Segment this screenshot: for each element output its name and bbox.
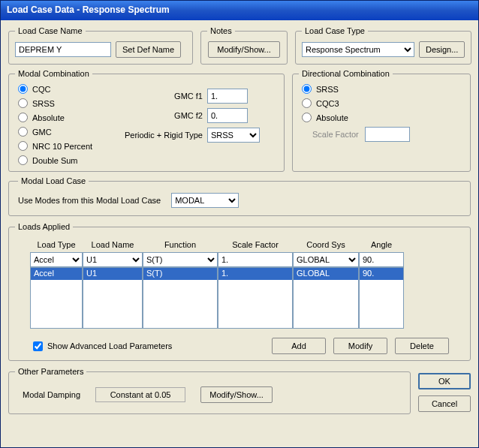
load-case-type-group: Load Case Type Response Spectrum Design.…	[295, 26, 471, 65]
load-case-type-legend: Load Case Type	[302, 26, 368, 35]
gmc-f2-input[interactable]	[207, 108, 248, 123]
radio-absolute[interactable]: Absolute	[18, 113, 113, 122]
loads-header-type: Load Type	[30, 240, 83, 252]
gmc-f1-label: GMC f1	[113, 92, 203, 101]
window-titlebar: Load Case Data - Response Spectrum	[1, 1, 478, 20]
directional-combination-group: Directional Combination SRSS CQC3 Absolu…	[292, 69, 471, 172]
modal-load-case-label: Use Modes from this Modal Load Case	[18, 196, 161, 205]
periodic-rigid-label: Periodic + Rigid Type	[113, 131, 203, 140]
notes-modify-button[interactable]: Modify/Show...	[208, 41, 280, 58]
notes-group: Notes Modify/Show...	[200, 26, 288, 65]
load-name-list[interactable]: U1	[83, 267, 143, 329]
load-type-select[interactable]: Accel	[30, 252, 83, 267]
radio-dc-cqc3[interactable]: CQC3	[302, 98, 464, 108]
load-case-type-select[interactable]: Response Spectrum	[302, 42, 414, 57]
modal-load-case-legend: Modal Load Case	[18, 176, 89, 185]
design-button[interactable]: Design...	[419, 41, 465, 58]
radio-srss[interactable]: SRSS	[18, 98, 113, 108]
loads-header-coord: Coord Sys	[293, 240, 359, 252]
load-angle-list[interactable]: 90.	[359, 267, 404, 329]
ok-button[interactable]: OK	[418, 373, 471, 389]
cancel-button[interactable]: Cancel	[418, 395, 471, 412]
modal-combination-legend: Modal Combination	[15, 69, 92, 78]
notes-legend: Notes	[207, 26, 235, 35]
other-parameters-legend: Other Parameters	[15, 367, 86, 376]
load-case-name-legend: Load Case Name	[15, 26, 86, 35]
modal-damping-value: Constant at 0.05	[95, 387, 185, 402]
load-scale-input[interactable]	[218, 252, 293, 267]
radio-cqc[interactable]: CQC	[18, 84, 113, 94]
load-name-select[interactable]: U1	[83, 252, 143, 267]
gmc-f2-label: GMC f2	[113, 111, 203, 120]
radio-dc-absolute[interactable]: Absolute	[302, 113, 464, 122]
set-def-name-button[interactable]: Set Def Name	[116, 41, 181, 58]
loads-header-angle: Angle	[359, 240, 404, 252]
load-case-name-input[interactable]	[15, 42, 111, 57]
scale-factor-input	[365, 127, 410, 142]
loads-header-name: Load Name	[83, 240, 143, 252]
load-function-select[interactable]: S(T)	[143, 252, 218, 267]
modal-damping-label: Modal Damping	[23, 390, 80, 399]
radio-dc-srss[interactable]: SRSS	[302, 84, 464, 94]
radio-gmc[interactable]: GMC	[18, 127, 113, 137]
load-case-name-group: Load Case Name Set Def Name	[8, 26, 193, 65]
modal-combination-group: Modal Combination CQC SRSS Absolute GMC …	[8, 69, 285, 172]
loads-header-scale: Scale Factor	[218, 240, 293, 252]
radio-nrc[interactable]: NRC 10 Percent	[18, 141, 113, 151]
load-coord-list[interactable]: GLOBAL	[293, 267, 359, 329]
gmc-f1-input[interactable]	[207, 89, 248, 104]
periodic-rigid-select[interactable]: SRSS	[207, 128, 260, 143]
modify-button[interactable]: Modify	[333, 338, 387, 354]
load-coord-select[interactable]: GLOBAL	[293, 252, 359, 267]
directional-combination-legend: Directional Combination	[299, 69, 393, 78]
radio-doublesum[interactable]: Double Sum	[18, 155, 113, 165]
load-scale-list[interactable]: 1.	[218, 267, 293, 329]
loads-header-function: Function	[143, 240, 218, 252]
load-type-list[interactable]: Accel	[30, 267, 83, 329]
add-button[interactable]: Add	[272, 338, 326, 354]
loads-applied-legend: Loads Applied	[15, 222, 73, 231]
other-parameters-group: Other Parameters Modal Damping Constant …	[8, 367, 411, 414]
loads-applied-group: Loads Applied Load Type Accel Accel Load…	[8, 222, 471, 361]
scale-factor-label: Scale Factor	[312, 130, 359, 139]
modal-load-case-group: Modal Load Case Use Modes from this Moda…	[8, 176, 471, 216]
load-angle-input[interactable]	[359, 252, 404, 267]
load-function-list[interactable]: S(T)	[143, 267, 218, 329]
modal-load-case-select[interactable]: MODAL	[171, 193, 239, 208]
damping-modify-button[interactable]: Modify/Show...	[200, 386, 273, 403]
show-advanced-checkbox[interactable]: Show Advanced Load Parameters	[30, 341, 172, 351]
delete-button[interactable]: Delete	[395, 338, 449, 354]
